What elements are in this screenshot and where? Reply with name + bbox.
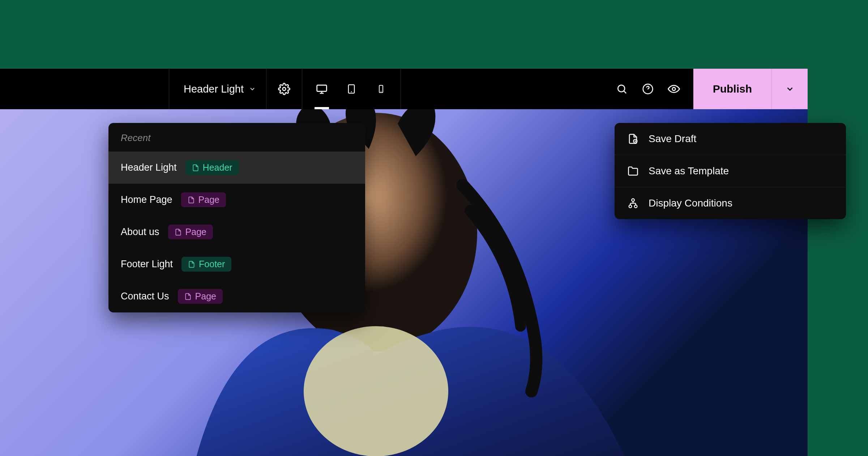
menu-item-save-draft[interactable]: Save Draft [615,123,846,155]
file-icon [188,260,195,269]
type-badge-page: Page [178,289,223,304]
publish-options-toggle[interactable] [771,69,808,109]
recent-item-contact-us[interactable]: Contact Us Page [108,280,365,312]
menu-item-label: Save Draft [649,133,696,145]
publish-button[interactable]: Publish [693,69,771,109]
recent-item-label: About us [121,226,159,238]
type-badge-page: Page [181,192,226,207]
recent-item-about-us[interactable]: About us Page [108,216,365,248]
file-icon [188,196,195,204]
search-button[interactable] [609,69,634,109]
file-icon [175,228,182,236]
menu-item-label: Display Conditions [649,197,732,209]
recent-item-label: Footer Light [121,259,173,270]
publish-label: Publish [713,83,752,95]
top-toolbar: Header Light [0,69,808,109]
current-page-label: Header Light [184,83,244,95]
recent-item-home-page[interactable]: Home Page Page [108,184,365,216]
badge-label: Footer [199,259,225,269]
type-badge-footer: Footer [181,257,231,272]
desktop-icon [316,83,328,95]
svg-line-9 [624,91,626,93]
menu-item-label: Save as Template [649,165,729,177]
device-tablet-button[interactable] [340,69,363,109]
eye-icon [668,83,680,95]
search-icon [616,83,628,95]
publish-group: Publish [693,69,808,109]
help-button[interactable] [635,69,660,109]
badge-label: Page [198,195,219,205]
chevron-down-icon [785,84,795,94]
svg-point-20 [634,205,637,208]
recent-item-header-light[interactable]: Header Light Header [108,152,365,184]
mobile-icon [377,83,385,95]
svg-point-18 [632,199,634,202]
device-desktop-button[interactable] [310,69,333,109]
badge-label: Page [195,291,216,302]
svg-point-8 [618,85,625,92]
gear-icon [278,83,290,95]
device-mobile-button[interactable] [369,69,393,109]
tablet-icon [346,83,356,95]
badge-label: Page [185,227,206,237]
page-selector[interactable]: Header Light [169,69,266,109]
menu-item-display-conditions[interactable]: Display Conditions [615,187,846,219]
chevron-down-icon [249,85,256,93]
toolbar-left-blank [0,69,169,109]
svg-point-0 [283,88,286,91]
device-switcher [302,69,401,109]
recent-pages-dropdown: Recent Header Light Header Home Page Pag… [108,123,365,312]
type-badge-header: Header [185,160,239,175]
type-badge-page: Page [168,225,213,239]
svg-point-19 [629,205,632,208]
folder-icon [628,166,638,176]
file-icon [192,163,199,172]
svg-point-12 [672,88,675,91]
settings-button[interactable] [266,69,302,109]
svg-rect-1 [317,85,327,91]
recent-item-label: Header Light [121,162,177,173]
menu-item-save-template[interactable]: Save as Template [615,155,846,187]
badge-label: Header [203,162,232,173]
hierarchy-icon [628,198,638,209]
svg-point-14 [304,326,448,456]
file-icon [184,292,192,301]
help-icon [642,83,654,95]
recent-item-label: Contact Us [121,291,169,302]
recent-header: Recent [108,123,365,152]
preview-button[interactable] [661,69,687,109]
toolbar-right-icons [603,69,693,109]
publish-options-menu: Save Draft Save as Template Display Cond… [615,123,846,219]
save-draft-icon [628,133,638,144]
recent-item-footer-light[interactable]: Footer Light Footer [108,248,365,280]
recent-item-label: Home Page [121,194,172,205]
